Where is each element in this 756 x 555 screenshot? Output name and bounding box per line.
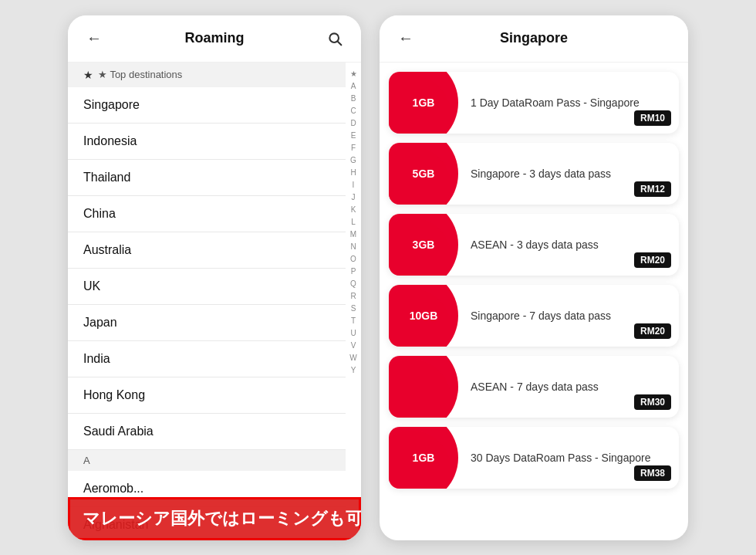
- top-destinations-header: ★ ★ Top destinations: [68, 63, 346, 87]
- country-thailand[interactable]: Thailand: [68, 160, 346, 196]
- plan-name-3: Singapore - 7 days data pass: [471, 310, 667, 322]
- country-singapore[interactable]: Singapore: [68, 87, 346, 124]
- svg-line-1: [338, 41, 342, 45]
- plan-card-4[interactable]: ASEAN - 7 days data pass RM30: [389, 356, 679, 418]
- plan-card-left-0: 1GB: [389, 72, 458, 134]
- plan-name-4: ASEAN - 7 days data pass: [471, 381, 667, 393]
- country-list-container: ★ ★ Top destinations Singapore Indonesia…: [68, 63, 361, 540]
- alpha-section-a: A: [68, 450, 346, 471]
- plan-card-1[interactable]: 5GB Singapore - 3 days data pass RM12: [389, 143, 679, 205]
- country-australia[interactable]: Australia: [68, 232, 346, 269]
- plan-card-left-5: 1GB: [389, 427, 458, 489]
- overlay-banner: マレーシア国外ではローミングも可能: [68, 497, 361, 540]
- plan-price-3: RM20: [634, 323, 671, 339]
- country-indonesia[interactable]: Indonesia: [68, 124, 346, 160]
- right-header: ← Singapore: [380, 15, 688, 63]
- plan-name-1: Singapore - 3 days data pass: [471, 168, 667, 180]
- right-phone: ← Singapore 1GB 1 Day DataRoam Pass - Si…: [380, 15, 688, 540]
- plan-price-2: RM20: [634, 252, 671, 268]
- plan-name-5: 30 Days DataRoam Pass - Singapore: [471, 452, 667, 464]
- country-uk[interactable]: UK: [68, 269, 346, 305]
- plan-card-3[interactable]: 10GB Singapore - 7 days data pass RM20: [389, 285, 679, 347]
- plan-data-1: 5GB: [413, 168, 435, 180]
- plan-name-0: 1 Day DataRoam Pass - Singapore: [471, 96, 667, 109]
- left-header: ← Roaming: [68, 15, 361, 63]
- country-japan[interactable]: Japan: [68, 305, 346, 341]
- plan-data-0: 1GB: [413, 96, 435, 109]
- plan-card-left-3: 10GB: [389, 285, 458, 347]
- plan-data-2: 3GB: [413, 239, 435, 251]
- plan-card-left-4: [389, 356, 458, 418]
- country-list: ★ ★ Top destinations Singapore Indonesia…: [68, 63, 346, 540]
- plan-card-left-2: 3GB: [389, 214, 458, 276]
- plan-data-5: 1GB: [413, 452, 435, 464]
- right-header-title: Singapore: [417, 30, 651, 46]
- plan-card-left-1: 5GB: [389, 143, 458, 205]
- left-header-title: Roaming: [105, 30, 324, 46]
- left-phone: ← Roaming ★ ★ Top destinations Singapore…: [68, 15, 361, 540]
- country-hongkong[interactable]: Hong Kong: [68, 377, 346, 414]
- plan-card-0[interactable]: 1GB 1 Day DataRoam Pass - Singapore RM10: [389, 72, 679, 134]
- search-button[interactable]: [324, 28, 346, 49]
- left-back-button[interactable]: ←: [83, 28, 105, 49]
- plan-card-5[interactable]: 1GB 30 Days DataRoam Pass - Singapore RM…: [389, 427, 679, 489]
- plan-price-5: RM38: [634, 465, 671, 481]
- plan-price-1: RM12: [634, 181, 671, 197]
- plan-price-0: RM10: [634, 110, 671, 126]
- plans-container: 1GB 1 Day DataRoam Pass - Singapore RM10…: [380, 63, 688, 540]
- alpha-index[interactable]: ★ A B C D E F G H I J K L M N O P Q R S: [346, 63, 361, 540]
- right-back-button[interactable]: ←: [395, 28, 417, 49]
- plan-data-3: 10GB: [410, 310, 438, 322]
- country-china[interactable]: China: [68, 196, 346, 232]
- country-india[interactable]: India: [68, 341, 346, 377]
- plan-price-4: RM30: [634, 394, 671, 410]
- country-saudi[interactable]: Saudi Arabia: [68, 414, 346, 450]
- plan-name-2: ASEAN - 3 days data pass: [471, 239, 667, 251]
- plan-card-2[interactable]: 3GB ASEAN - 3 days data pass RM20: [389, 214, 679, 276]
